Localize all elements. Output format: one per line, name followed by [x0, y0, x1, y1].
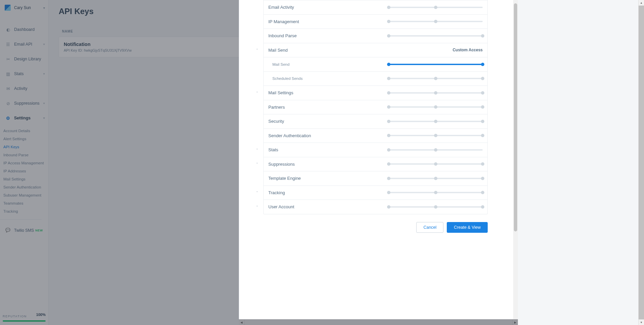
perm-label: Template Engine [268, 176, 301, 181]
perm-label: Scheduled Sends [272, 76, 303, 80]
perm-slider-suppressions[interactable] [389, 161, 483, 167]
perm-slider-mail-settings[interactable] [389, 90, 483, 96]
perm-row-scheduled-sends: Scheduled Sends [264, 71, 487, 86]
perm-row-tracking[interactable]: ˅ Tracking [264, 185, 487, 200]
perm-label: Stats [268, 147, 278, 152]
perm-row-template-engine: Template Engine [264, 171, 487, 185]
chevron-down-icon: ˅ [256, 162, 258, 166]
perm-label: Mail Send [272, 62, 289, 66]
cancel-button[interactable]: Cancel [416, 222, 443, 233]
perm-slider-mail-send[interactable] [389, 61, 483, 68]
permissions-list: Email Activity IP Management Inbound Par… [263, 0, 488, 214]
create-view-button[interactable]: Create & View [447, 222, 488, 233]
perm-row-mail-settings[interactable]: ˅ Mail Settings [264, 86, 487, 100]
chevron-up-icon: ˄ [256, 48, 258, 52]
perm-label: User Account [268, 204, 294, 209]
chevron-down-icon: ˅ [256, 205, 258, 209]
scrollbar-thumb[interactable] [514, 3, 517, 231]
perm-label: Sender Authentication [268, 133, 311, 138]
perm-label: Security [268, 119, 284, 124]
perm-slider-inbound-parse[interactable] [389, 33, 483, 39]
perm-slider-template-engine[interactable] [389, 175, 483, 182]
modal-scrollbar[interactable] [513, 0, 518, 319]
perm-row-sender-auth: Sender Authentication [264, 128, 487, 143]
perm-row-security: Security [264, 114, 487, 128]
perm-slider-scheduled-sends[interactable] [389, 75, 483, 82]
perm-row-user-account[interactable]: ˅ User Account [264, 200, 487, 214]
perm-slider-security[interactable] [389, 118, 483, 125]
perm-slider-ip-management[interactable] [389, 18, 483, 25]
scrollbar-thumb[interactable] [639, 6, 644, 319]
custom-access-label: Custom Access [452, 48, 483, 52]
perm-label: Suppressions [268, 162, 295, 167]
chevron-down-icon: ˅ [256, 191, 258, 195]
scroll-down-arrow-icon[interactable]: ▼ [639, 319, 644, 325]
perm-row-suppressions[interactable]: ˅ Suppressions [264, 157, 487, 171]
perm-slider-partners[interactable] [389, 104, 483, 110]
perm-row-partners: Partners [264, 100, 487, 114]
perm-label: Tracking [268, 190, 285, 195]
perm-label: Partners [268, 105, 285, 110]
perm-slider-sender-auth[interactable] [389, 132, 483, 139]
perm-row-inbound-parse: Inbound Parse [264, 29, 487, 43]
perm-slider-user-account[interactable] [389, 204, 483, 210]
window-vertical-scrollbar[interactable]: ▲ ▼ [638, 0, 644, 325]
perm-label: Mail Send [268, 48, 288, 53]
perm-slider-tracking[interactable] [389, 189, 483, 196]
scroll-up-arrow-icon[interactable]: ▲ [639, 0, 644, 6]
perm-row-mail-send-header[interactable]: ˄ Mail Send Custom Access [264, 43, 487, 57]
perm-row-email-activity: Email Activity [264, 0, 487, 14]
modal-actions: Cancel Create & View [416, 222, 488, 233]
chevron-down-icon: ˅ [256, 148, 258, 152]
perm-label: Email Activity [268, 5, 294, 10]
chevron-down-icon: ˅ [256, 91, 258, 95]
api-key-permissions-panel: Email Activity IP Management Inbound Par… [239, 0, 518, 319]
perm-label: Inbound Parse [268, 33, 297, 38]
perm-row-stats[interactable]: ˅ Stats [264, 143, 487, 157]
perm-row-ip-management: IP Management [264, 14, 487, 29]
perm-label: Mail Settings [268, 90, 293, 95]
perm-slider-email-activity[interactable] [389, 4, 483, 11]
perm-row-mail-send-sub: Mail Send [264, 57, 487, 71]
perm-label: IP Management [268, 19, 299, 24]
perm-slider-stats[interactable] [389, 147, 483, 153]
